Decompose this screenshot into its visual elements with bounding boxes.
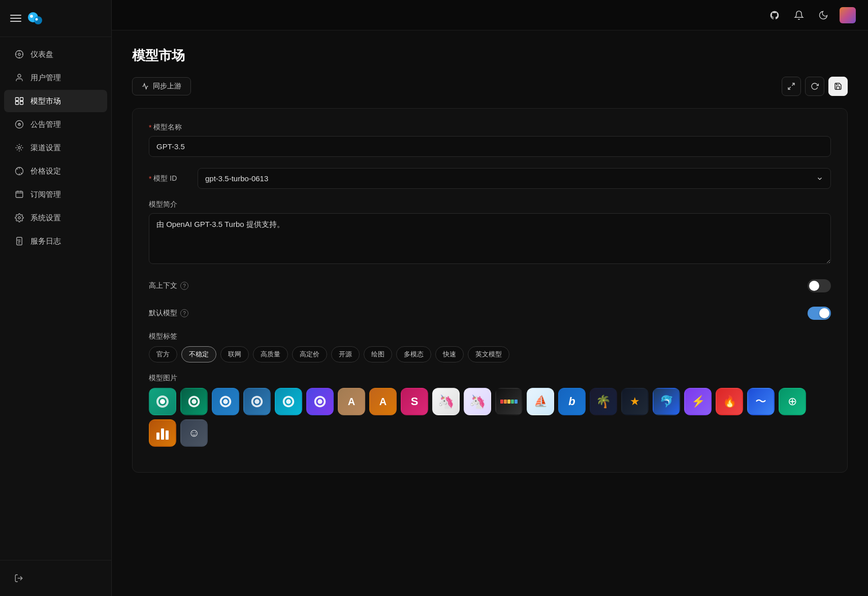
tag-high-quality[interactable]: 高质量 [253,346,288,362]
app-logo [26,9,45,27]
model-img-bing[interactable]: b [558,388,586,415]
hamburger-button[interactable] [10,13,21,24]
high-context-row: 高上下文 ? [149,277,831,294]
tag-online[interactable]: 联网 [220,346,249,362]
sidebar-item-subscription[interactable]: 订阅管理 [4,183,107,206]
model-img-anthropic2[interactable]: A [369,388,397,415]
tag-unstable[interactable]: 不稳定 [181,346,216,362]
notification-button[interactable] [791,7,807,23]
model-images-label: 模型图片 [149,374,831,383]
sidebar-item-system[interactable]: 系统设置 [4,207,107,229]
svg-rect-11 [16,97,19,101]
toolbar-right [782,77,848,96]
expand-button[interactable] [782,77,801,96]
model-img-star[interactable]: ★ [621,388,649,415]
sidebar-header [0,0,111,37]
channel-icon [14,143,24,153]
sidebar-item-service-log[interactable]: 服务日志 [4,230,107,252]
model-img-gpt5[interactable] [275,388,302,415]
svg-point-5 [18,53,21,56]
default-model-toggle[interactable] [808,307,831,320]
sidebar-item-model-market[interactable]: 模型市场 [4,90,107,112]
model-img-fire[interactable]: 🔥 [716,388,743,415]
main-content: 模型市场 同步上游 [112,30,868,596]
sidebar-item-system-label: 系统设置 [30,213,61,223]
system-icon [14,213,24,223]
toolbar: 同步上游 [132,77,848,96]
refresh-button[interactable] [805,77,824,96]
tag-multimodal[interactable]: 多模态 [396,346,431,362]
model-intro-label: 模型简介 [149,200,831,209]
sidebar-item-announcement[interactable]: 公告管理 [4,113,107,136]
model-img-gpt3[interactable] [212,388,239,415]
sidebar-item-channel-label: 渠道设置 [30,143,61,153]
svg-line-23 [792,83,794,86]
sidebar-item-channel[interactable]: 渠道设置 [4,137,107,159]
sidebar-item-user-management[interactable]: 用户管理 [4,67,107,89]
default-model-help-icon[interactable]: ? [180,309,188,317]
tag-official[interactable]: 官方 [149,346,177,362]
high-context-help-icon[interactable]: ? [180,282,188,290]
default-model-label: 默认模型 ? [149,309,188,318]
svg-point-25 [160,399,165,404]
theme-toggle-button[interactable] [815,7,831,23]
model-img-palm[interactable]: 🌴 [590,388,617,415]
sidebar-item-price-label: 价格设定 [30,167,61,176]
high-context-label: 高上下文 ? [149,281,188,290]
svg-point-10 [18,74,21,77]
tags-container: 官方 不稳定 联网 高质量 高定价 开源 绘图 多模态 快速 英文模型 [149,346,831,362]
model-img-rainbow[interactable] [495,388,523,415]
tag-open-source[interactable]: 开源 [331,346,360,362]
sidebar-item-dashboard[interactable]: 仪表盘 [4,43,107,65]
model-name-group: * 模型名称 [149,123,831,157]
model-img-wave[interactable]: 〜 [747,388,775,415]
page-title: 模型市场 [132,47,848,64]
model-img-gpt1[interactable] [149,388,176,415]
nav-menu: 仪表盘 用户管理 模型市场 [0,37,111,560]
sidebar-item-user-label: 用户管理 [30,73,61,83]
svg-point-3 [36,18,38,21]
model-img-gpt4[interactable] [243,388,271,415]
model-img-face[interactable]: ☺ [180,419,208,447]
sidebar-item-price[interactable]: 价格设定 [4,160,107,182]
model-id-select[interactable]: gpt-3.5-turbo-0613 [198,168,831,189]
model-name-input[interactable] [149,136,831,157]
model-img-s[interactable]: S [401,388,428,415]
save-button[interactable] [828,77,848,96]
model-img-unicorn1[interactable]: 🦄 [432,388,460,415]
logout-button[interactable] [4,569,107,588]
tag-fast[interactable]: 快速 [435,346,464,362]
sync-upstream-button[interactable]: 同步上游 [132,77,191,95]
model-img-bar[interactable] [149,419,176,447]
model-img-gpt6[interactable] [306,388,334,415]
model-id-group: * 模型 ID gpt-3.5-turbo-0613 [149,168,831,189]
high-context-toggle[interactable] [808,279,831,292]
model-intro-textarea[interactable]: 由 OpenAI GPT-3.5 Turbo 提供支持。 [149,213,831,264]
tag-english-model[interactable]: 英文模型 [468,346,509,362]
dashboard-icon [14,49,24,59]
svg-point-16 [18,147,21,149]
tag-high-price[interactable]: 高定价 [292,346,327,362]
tag-drawing[interactable]: 绘图 [364,346,392,362]
svg-rect-14 [20,102,23,105]
svg-point-29 [286,399,291,404]
user-avatar[interactable] [840,7,856,23]
topbar [112,0,868,30]
model-img-spark[interactable]: ⚡ [684,388,712,415]
github-button[interactable] [766,7,783,23]
svg-point-30 [317,399,322,404]
model-img-globe[interactable]: ⊕ [779,388,806,415]
model-img-unicorn2[interactable]: 🦄 [464,388,491,415]
svg-rect-12 [20,97,23,101]
model-name-label: * 模型名称 [149,123,831,132]
model-img-gpt2[interactable] [180,388,208,415]
sidebar: 仪表盘 用户管理 模型市场 [0,0,112,596]
model-img-anthropic1[interactable]: A [338,388,365,415]
model-market-icon [14,96,24,106]
model-img-dolphin[interactable]: 🐬 [653,388,680,415]
svg-point-2 [30,15,33,18]
sidebar-item-announcement-label: 公告管理 [30,120,61,129]
svg-rect-13 [16,102,19,105]
model-img-sail[interactable]: ⛵ [527,388,554,415]
svg-point-28 [254,399,259,404]
